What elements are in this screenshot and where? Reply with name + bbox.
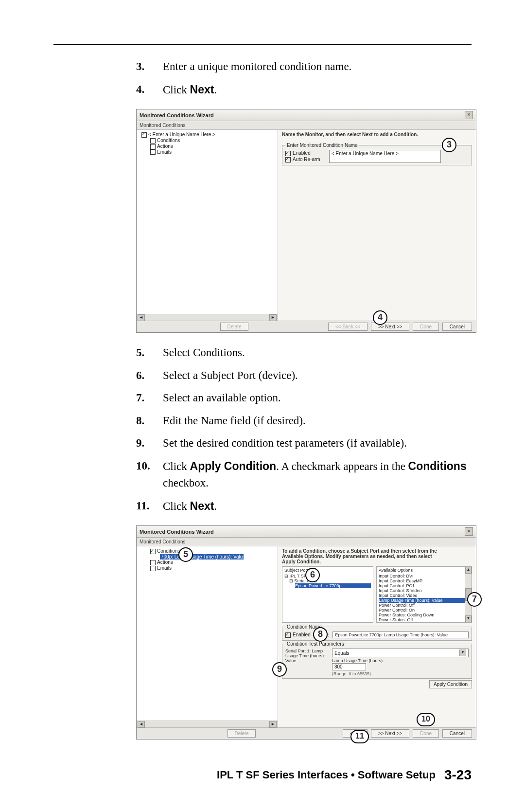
step-6: 6. Select a Subject Port (device). [136, 367, 472, 384]
close-icon[interactable]: × [465, 527, 473, 536]
enabled-row[interactable]: Enabled [285, 632, 311, 638]
callout-6: 6 [305, 568, 320, 582]
cancel-button[interactable]: Cancel [442, 729, 472, 738]
callout-8: 8 [313, 627, 328, 642]
t: . A checkmark appears in the [276, 460, 408, 472]
tree-condition-detail[interactable]: 700p: Lamp Usage Time (hours): Valu [160, 554, 275, 559]
callout-11: 11 [350, 730, 369, 743]
tree-conditions[interactable]: Conditions [150, 138, 275, 144]
scrollbar-horizontal[interactable]: ◄ ► [137, 721, 278, 727]
wizard-body: < Enter a Unique Name Here > Conditions … [137, 129, 476, 321]
wizard-body: Conditions 700p: Lamp Usage Time (hours)… [137, 546, 476, 727]
opt[interactable]: Input Control: DVI [379, 574, 465, 578]
scrollbar-horizontal[interactable]: ◄ ► [137, 314, 278, 321]
checkbox-icon[interactable] [150, 144, 156, 149]
done-button[interactable]: Done [413, 323, 439, 331]
b: Conditions [408, 460, 467, 472]
tree-label: Actions [157, 144, 173, 149]
instruction-list-2: 5. Select Conditions. 6. Select a Subjec… [53, 344, 472, 515]
autorearm-row[interactable]: Auto Re-arm [285, 157, 324, 162]
tree-actions[interactable]: Actions [150, 559, 275, 565]
tree-emails[interactable]: Emails [150, 149, 275, 155]
apply-condition-button[interactable]: Apply Condition [429, 680, 472, 688]
checkbox-icon[interactable] [285, 157, 291, 162]
cancel-button[interactable]: Cancel [442, 323, 472, 331]
opt[interactable]: Input Control: Video [379, 593, 465, 598]
opt[interactable]: Power Control: Off [379, 603, 465, 608]
scroll-left-icon[interactable]: ◄ [138, 721, 145, 728]
checkbox-icon[interactable] [150, 549, 156, 554]
cond-name-input[interactable]: Epson PowerLite 7700p: Lamp Usage Time (… [332, 632, 469, 638]
wizard-tree: Conditions 700p: Lamp Usage Time (hours)… [137, 546, 278, 727]
checkbox-icon[interactable] [150, 566, 156, 571]
delete-button[interactable]: Delete [228, 729, 256, 738]
b: Next [190, 500, 214, 512]
col-header: Available Options [379, 568, 465, 573]
step-text: Select Conditions. [163, 344, 472, 361]
t: Click [163, 460, 190, 472]
delete-button[interactable]: Delete [220, 323, 249, 331]
checkbox-icon[interactable] [285, 151, 291, 156]
opt[interactable]: Power Status: Off [379, 617, 465, 622]
top-rule [53, 44, 472, 45]
tree-conditions[interactable]: Conditions [150, 548, 275, 554]
checkbox-icon[interactable] [285, 632, 291, 638]
opt[interactable]: Input Control: S-Video [379, 588, 465, 593]
tree-label: Emails [157, 149, 172, 155]
step-7: 7. Select an available option. [136, 390, 472, 407]
enabled-row[interactable]: Enabled [285, 150, 324, 156]
done-button[interactable]: Done [413, 729, 439, 738]
back-button[interactable]: << Back << [328, 323, 368, 331]
opt[interactable]: Input Control: EasyMP [379, 578, 465, 583]
wizard-help-text: To add a Condition, choose a Subject Por… [282, 548, 472, 564]
t: . [214, 500, 217, 512]
scroll-right-icon[interactable]: ► [269, 721, 277, 728]
available-options-panel: Available Options Input Control: DVI Inp… [376, 566, 472, 623]
checkbox-icon[interactable] [150, 138, 156, 144]
opt-selected[interactable]: Lamp Usage Time (hours): Value [379, 598, 465, 603]
close-icon[interactable]: × [465, 111, 473, 119]
param-label: Serial Port 1: Lamp Usage Time (hours): … [285, 649, 329, 663]
scroll-up-icon[interactable]: ▲ [465, 567, 472, 574]
lbl: Enabled [293, 150, 311, 156]
tree-dev[interactable]: ⊟ Serial Ports [289, 578, 371, 583]
step-num: 5. [136, 344, 163, 361]
callout-7: 7 [467, 592, 482, 607]
opt[interactable]: Power Control: On [379, 608, 465, 613]
value-input[interactable]: 800 [332, 663, 366, 670]
step-9: 9. Set the desired condition test parame… [136, 435, 472, 452]
t: Click [163, 500, 190, 512]
step-5: 5. Select Conditions. [136, 344, 472, 361]
name-input[interactable]: < Enter a Unique Name Here > [329, 150, 441, 163]
opt[interactable]: Input Control: PC1 [379, 583, 465, 588]
tree-dev[interactable]: ⊟ IPL T SF24 [284, 574, 371, 578]
tree-label: Emails [157, 565, 172, 571]
callout-3: 3 [442, 138, 456, 152]
step-num: 7. [136, 390, 163, 407]
checkbox-icon[interactable] [150, 149, 156, 155]
scroll-down-icon[interactable]: ▼ [465, 615, 472, 622]
subject-port-panel: Subject Port ⊟ IPL T SF24 ⊟ Serial Ports… [282, 566, 373, 623]
next-button[interactable]: >> Next >> [371, 729, 409, 738]
scroll-right-icon[interactable]: ► [269, 314, 277, 321]
opt[interactable]: Power Status: On [379, 622, 465, 623]
checkbox-icon[interactable] [150, 560, 156, 565]
wizard-subheader: Monitored Conditions [137, 538, 476, 546]
step-11: 11. Click Next. [136, 498, 472, 515]
tree-emails[interactable]: Emails [150, 565, 275, 571]
step-3: 3. Enter a unique monitored condition na… [136, 58, 472, 75]
chevron-down-icon[interactable]: ▼ [459, 650, 466, 656]
tree-root[interactable]: < Enter a Unique Name Here > [141, 132, 275, 138]
tree-actions[interactable]: Actions [150, 144, 275, 149]
wizard-window-2: Monitored Conditions Wizard × Monitored … [136, 525, 476, 740]
step-text: Enter a unique monitored condition name. [163, 58, 472, 75]
group-title: Condition Test Parameters [285, 641, 346, 647]
operator-select[interactable]: Equals ▼ [332, 649, 469, 657]
opt[interactable]: Power Status: Cooling Down [379, 613, 465, 617]
scroll-left-icon[interactable]: ◄ [138, 314, 145, 321]
page-number: 3-23 [444, 767, 472, 783]
instruction-list: 3. Enter a unique monitored condition na… [53, 58, 472, 98]
page-footer: IPL T SF Series Interfaces • Software Se… [53, 767, 472, 783]
tree-dev-selected[interactable]: Epson PowerLite 7700p [295, 583, 371, 588]
checkbox-icon[interactable] [141, 132, 147, 138]
